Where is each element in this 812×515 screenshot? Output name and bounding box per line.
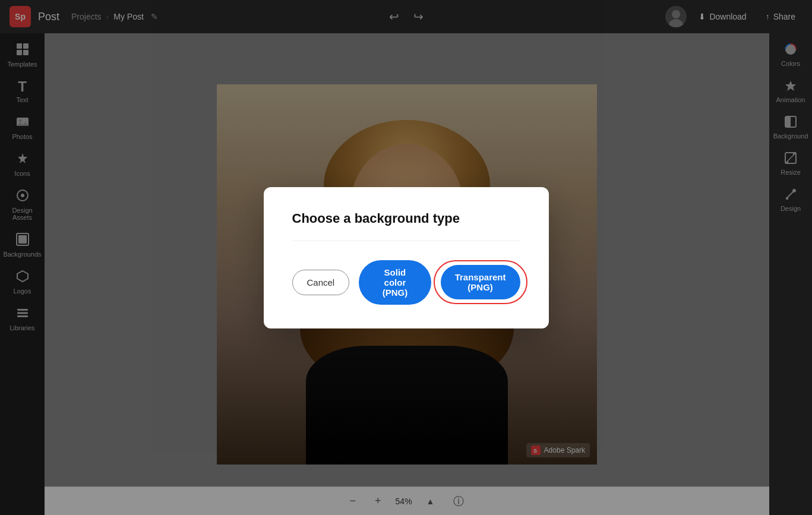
modal-title: Choose a background type — [292, 211, 520, 226]
modal-divider — [292, 241, 520, 241]
transparent-button[interactable]: Transparent (PNG) — [441, 265, 520, 299]
solid-color-button[interactable]: Solid color (PNG) — [359, 260, 431, 305]
modal-overlay: Choose a background type Cancel Solid co… — [0, 0, 812, 515]
cancel-button[interactable]: Cancel — [292, 270, 350, 295]
modal-buttons: Cancel Solid color (PNG) Transparent (PN… — [292, 260, 520, 305]
background-type-modal: Choose a background type Cancel Solid co… — [264, 187, 549, 328]
